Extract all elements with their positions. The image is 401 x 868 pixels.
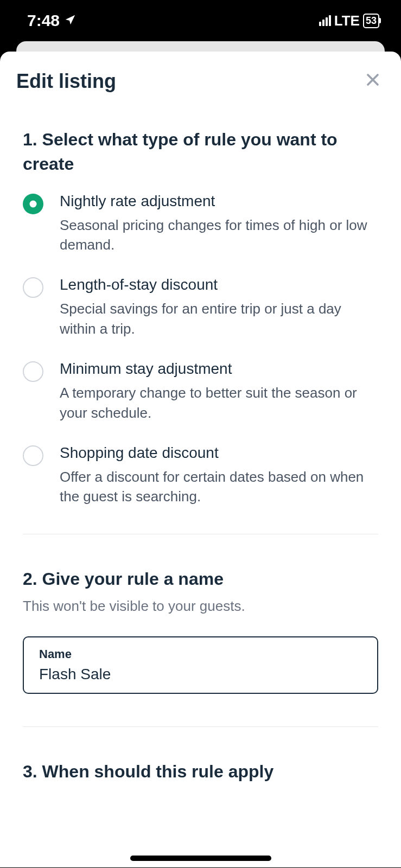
- radio-content: Minimum stay adjustment A temporary chan…: [60, 360, 378, 423]
- radio-option-minimum-stay[interactable]: Minimum stay adjustment A temporary chan…: [23, 360, 378, 423]
- section-2-subtitle: This won't be visible to your guests.: [23, 598, 378, 615]
- divider: [23, 534, 378, 534]
- status-time: 7:48: [27, 11, 60, 30]
- section-2-title: 2. Give your rule a name: [23, 567, 378, 591]
- status-right: LTE 53: [319, 12, 379, 29]
- radio-content: Nightly rate adjustment Seasonal pricing…: [60, 193, 378, 255]
- sheet-backdrop: [16, 41, 385, 52]
- page-title: Edit listing: [16, 70, 116, 93]
- radio-description: Special savings for an entire trip or ju…: [60, 299, 378, 339]
- radio-content: Shopping date discount Offer a discount …: [60, 444, 378, 507]
- radio-option-shopping-date[interactable]: Shopping date discount Offer a discount …: [23, 444, 378, 507]
- network-label: LTE: [334, 12, 360, 29]
- radio-button[interactable]: [23, 194, 43, 214]
- radio-button[interactable]: [23, 361, 43, 382]
- sheet-header: Edit listing: [16, 68, 385, 95]
- radio-description: Seasonal pricing changes for times of hi…: [60, 215, 378, 255]
- rule-type-radio-group: Nightly rate adjustment Seasonal pricing…: [23, 193, 378, 507]
- rule-name-field[interactable]: [39, 666, 362, 683]
- signal-icon: [319, 15, 331, 26]
- battery-icon: 53: [363, 14, 379, 28]
- radio-label: Length-of-stay discount: [60, 276, 378, 293]
- divider: [23, 726, 378, 727]
- sheet: Edit listing 1. Select what type of rule…: [0, 52, 401, 867]
- location-icon: [64, 11, 76, 30]
- status-bar: 7:48 LTE 53: [0, 0, 401, 41]
- radio-option-nightly-rate[interactable]: Nightly rate adjustment Seasonal pricing…: [23, 193, 378, 255]
- section-1-title: 1. Select what type of rule you want to …: [23, 127, 378, 176]
- section-3-title: 3. When should this rule apply: [23, 760, 378, 784]
- radio-label: Minimum stay adjustment: [60, 360, 378, 378]
- radio-label: Shopping date discount: [60, 444, 378, 462]
- content: 1. Select what type of rule you want to …: [16, 127, 385, 783]
- radio-content: Length-of-stay discount Special savings …: [60, 276, 378, 339]
- status-left: 7:48: [27, 11, 76, 30]
- radio-option-length-of-stay[interactable]: Length-of-stay discount Special savings …: [23, 276, 378, 339]
- radio-label: Nightly rate adjustment: [60, 193, 378, 210]
- battery-level: 53: [366, 15, 377, 27]
- radio-description: A temporary change to better suit the se…: [60, 383, 378, 423]
- home-indicator[interactable]: [130, 856, 271, 861]
- close-button[interactable]: [361, 68, 385, 95]
- radio-button[interactable]: [23, 445, 43, 466]
- radio-button[interactable]: [23, 277, 43, 298]
- radio-description: Offer a discount for certain dates based…: [60, 467, 378, 507]
- rule-name-input-group[interactable]: Name: [23, 636, 378, 694]
- input-label: Name: [39, 647, 362, 661]
